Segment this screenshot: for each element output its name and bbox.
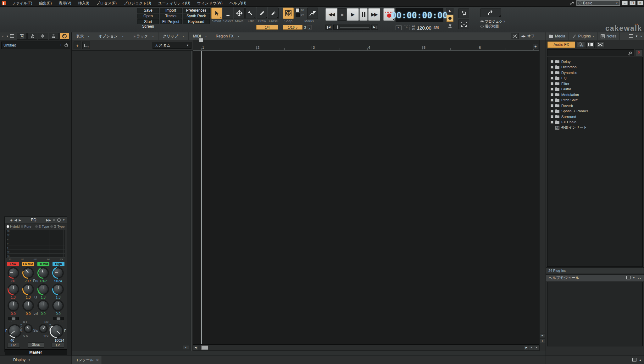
tv-menu-regionfx[interactable]: Region FX▾ <box>211 32 244 40</box>
menu-project[interactable]: プロジェクト(J) <box>120 0 155 7</box>
menu-window[interactable]: ウィンドウ(W) <box>194 0 226 7</box>
menu-help[interactable]: ヘルプ(H) <box>226 0 250 7</box>
tree-item-dynamics[interactable]: +Dynamics <box>549 70 642 76</box>
display-selector[interactable]: Display ▼ <box>0 356 72 364</box>
brush-icon[interactable]: ✎ <box>404 25 410 30</box>
menu-process[interactable]: プロセス(P) <box>93 0 120 7</box>
preferences-button[interactable]: Preferences <box>183 8 210 13</box>
lomid-q-knob[interactable] <box>22 283 34 295</box>
hp-button[interactable]: HP <box>7 343 20 348</box>
lomid-lvl-knob[interactable] <box>22 300 34 311</box>
tab-track-inspector[interactable] <box>49 33 59 40</box>
tree-item-eq[interactable]: +EQ <box>549 76 642 81</box>
menu-file[interactable]: ファイル(F) <box>8 0 36 7</box>
tab-plugins[interactable]: PlugIns ▾ <box>569 32 597 40</box>
tree-item-fx-chain[interactable]: +FX Chain <box>549 120 642 125</box>
metronome-icon[interactable] <box>447 23 453 28</box>
app-icon[interactable] <box>2 1 6 5</box>
undock-icon[interactable] <box>633 359 636 361</box>
record-arm-button[interactable] <box>447 15 453 22</box>
low-frq-knob[interactable] <box>8 267 19 279</box>
expand-right-icon[interactable]: » <box>640 34 642 38</box>
duplicate-track-button[interactable] <box>82 42 90 49</box>
diamond-icon[interactable]: ◈ <box>10 218 13 222</box>
clear-search-button[interactable]: ✕ <box>635 49 643 56</box>
mini-play-button[interactable]: ▶ <box>447 8 453 14</box>
tree-item-pitch-shift[interactable]: +Pitch Shift <box>549 98 642 103</box>
expand-icon[interactable]: + <box>551 93 553 96</box>
expand-icon[interactable]: + <box>551 66 553 69</box>
minimize-button[interactable]: – <box>622 1 628 5</box>
tv-menu-view[interactable]: 表示▾ <box>72 32 94 40</box>
dropdown-icon[interactable]: ▼ <box>633 277 635 279</box>
tempo-display[interactable]: 120.00 <box>417 25 431 31</box>
snap-to-by-toggle[interactable]: TO BY <box>296 8 304 19</box>
vertical-scrollbar[interactable]: − + <box>539 51 546 344</box>
tree-item-distortion[interactable]: +Distortion <box>549 64 642 70</box>
expand-icon[interactable]: + <box>551 77 553 80</box>
lp-filter-knob[interactable] <box>50 324 64 338</box>
tree-item-external-insert[interactable]: ✕FX外部インサート <box>549 125 642 131</box>
low-shelf-toggle[interactable] <box>8 317 19 320</box>
tree-item-modulation[interactable]: +Modulation <box>549 92 642 98</box>
go-to-start-button[interactable]: ◀ <box>325 25 332 30</box>
ripple-edit-dropdown[interactable]: ◀▶ オフ <box>521 33 539 39</box>
track-name-field[interactable]: Untitled + <box>1 42 70 49</box>
tree-item-reverb[interactable]: +Reverb <box>549 103 642 109</box>
keyboard-button[interactable]: Keyboard <box>183 19 210 24</box>
collapse-left-icon[interactable]: « <box>1 35 5 38</box>
erase-tool-button[interactable] <box>268 8 279 19</box>
high-shelf-toggle[interactable] <box>53 317 64 320</box>
close-icon[interactable]: ✕ <box>96 358 99 362</box>
undock-icon[interactable] <box>627 277 630 279</box>
high-lvl-knob[interactable] <box>52 300 64 311</box>
help-module-header[interactable]: ヘルプモジュール ▼ ⌄⌄ <box>546 274 644 281</box>
lp-button[interactable]: LP <box>52 343 64 348</box>
eq-mode-etype[interactable]: E-Type <box>35 225 49 228</box>
synth-rack-button[interactable]: Synth Rack <box>183 14 210 19</box>
clips-pane[interactable] <box>193 51 539 344</box>
low-q-knob[interactable] <box>8 283 19 295</box>
draw-resolution-button[interactable]: 1/4 <box>256 25 278 30</box>
track-control-preset-dropdown[interactable]: カスタム ▼ <box>153 42 192 49</box>
plugin-search-input[interactable] <box>547 49 634 56</box>
menu-insert[interactable]: 挿入(I) <box>75 0 92 7</box>
position-slider[interactable] <box>333 25 370 30</box>
low-lvl-knob[interactable] <box>8 300 19 311</box>
now-time-cursor[interactable] <box>201 51 202 344</box>
zoom-in-vertical-button[interactable]: + <box>540 339 545 343</box>
add-track-button[interactable]: + <box>74 42 81 49</box>
play-button[interactable]: ▶ <box>347 8 359 21</box>
tree-item-delay[interactable]: +Delay <box>549 59 642 64</box>
tab-metronome[interactable] <box>27 33 37 40</box>
collapse-icon[interactable]: ⌄⌄ <box>637 277 641 279</box>
close-button[interactable]: ✕ <box>637 1 643 5</box>
zoom-out-button[interactable]: − <box>529 345 534 350</box>
prev-module-icon[interactable]: ◀ <box>14 218 17 222</box>
tracks-button[interactable]: Tracks <box>160 14 182 19</box>
tree-item-spatial-panner[interactable]: +Spatial + Panner <box>549 109 642 114</box>
himid-q-knob[interactable] <box>37 283 49 295</box>
scrollbar-thumb[interactable] <box>201 345 208 350</box>
snap-to-indicator[interactable] <box>296 8 300 12</box>
eject-button[interactable]: ▲ <box>183 345 189 350</box>
export-scope-selection-radio[interactable]: 選択範囲 <box>480 24 506 29</box>
tab-clip-properties[interactable]: A <box>17 33 27 40</box>
himid-lvl-knob[interactable] <box>37 300 49 311</box>
pane-splitter[interactable] <box>190 51 193 344</box>
up-icon[interactable]: ▲ <box>639 359 641 361</box>
move-tool-button[interactable] <box>234 8 245 19</box>
gloss-button[interactable]: Gloss <box>28 342 44 348</box>
expand-icon[interactable]: + <box>551 99 553 102</box>
band-lomid-button[interactable]: Lo Mid <box>22 262 34 266</box>
punch-button[interactable] <box>458 20 469 29</box>
menu-utilities[interactable]: ユーティリティ(U) <box>155 0 194 7</box>
high-q-knob[interactable] <box>52 283 64 295</box>
expand-icon[interactable]: + <box>551 82 553 85</box>
tv-menu-clips[interactable]: クリップ▾ <box>158 32 189 40</box>
go-to-end-button[interactable]: ▶ <box>371 25 378 30</box>
horizontal-scrollbar[interactable]: ◀ ▶ − + <box>193 344 539 351</box>
position-thumb[interactable] <box>337 25 338 29</box>
snap-n-value[interactable]: 3 <box>304 25 306 29</box>
dropdown-icon[interactable]: ▼ <box>635 35 638 38</box>
